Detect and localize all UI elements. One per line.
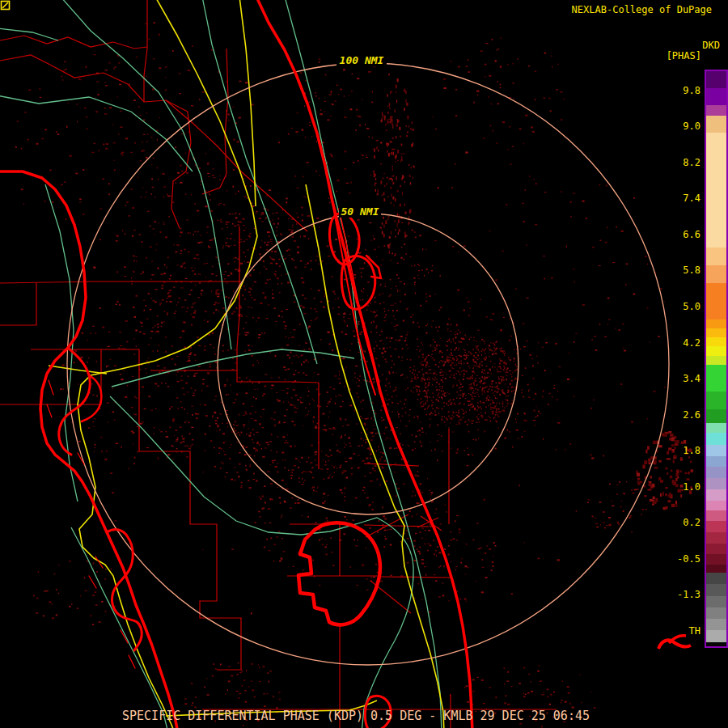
range-ring-labels: 50 NMI100 NMI bbox=[336, 53, 387, 218]
colorbar-tick-label: 9.0 bbox=[683, 121, 700, 131]
colorbar-tick-label: 1.8 bbox=[683, 446, 700, 455]
colorbar bbox=[705, 70, 728, 648]
colorbar-segment bbox=[706, 71, 726, 88]
colorbar-tick-label: 5.0 bbox=[683, 302, 700, 311]
colorbar-segment bbox=[706, 467, 726, 478]
colorbar-tick-label: -0.5 bbox=[677, 554, 700, 564]
colorbar-segment bbox=[706, 105, 726, 116]
colorbar-segment bbox=[706, 501, 726, 510]
colorbar-tick-label: 2.6 bbox=[683, 410, 700, 420]
colorbar-tick-label: 8.2 bbox=[683, 158, 700, 167]
colorbar-segment bbox=[706, 510, 726, 521]
radar-display: 50 NMI100 NMI 9.89.08.27.46.65.85.04.23.… bbox=[0, 0, 728, 728]
colorbar-segment bbox=[706, 630, 726, 642]
colorbar-tick-label: 7.4 bbox=[683, 193, 700, 203]
colorbar-segment bbox=[706, 573, 726, 584]
colorbar-segment bbox=[706, 554, 726, 565]
colorbar-segment bbox=[706, 409, 726, 423]
colorbar-segment bbox=[706, 116, 726, 133]
colorbar-segment bbox=[706, 607, 726, 619]
lakes bbox=[298, 523, 691, 728]
colorbar-tick-label: 5.8 bbox=[683, 265, 700, 275]
range-ring-label: 100 NMI bbox=[340, 54, 384, 66]
colorbar-tick-label: -1.3 bbox=[677, 590, 700, 599]
colorbar-tick-label: 3.4 bbox=[683, 374, 700, 383]
colorbar-segment bbox=[706, 265, 726, 283]
colorbar-segment bbox=[706, 521, 726, 532]
radar-map: 50 NMI100 NMI bbox=[0, 0, 728, 728]
range-ring bbox=[218, 214, 518, 514]
colorbar-segment bbox=[706, 433, 726, 445]
cod-logo-icon bbox=[0, 0, 11, 11]
colorbar-tick-label: 4.2 bbox=[683, 338, 700, 348]
colorbar-segment bbox=[706, 346, 726, 356]
colorbar-segment bbox=[706, 356, 726, 365]
colorbar-tick-label: TH bbox=[689, 626, 700, 636]
status-bar: SPECIFIC DIFFERENTIAL PHASE (KDP) 0.5 DE… bbox=[122, 709, 590, 723]
colorbar-segment bbox=[706, 489, 726, 501]
colorbar-segment bbox=[706, 532, 726, 544]
colorbar-tick-label: 0.2 bbox=[683, 518, 700, 527]
site-title: NEXLAB-College of DuPage bbox=[572, 4, 712, 15]
colorbar-segment bbox=[706, 544, 726, 554]
colorbar-tick-label: 9.8 bbox=[683, 86, 700, 95]
colorbar-tick-label: 6.6 bbox=[683, 230, 700, 239]
colorbar-segment bbox=[706, 392, 726, 409]
colorbar-segment bbox=[706, 337, 726, 346]
colorbar-segment bbox=[706, 423, 726, 433]
colorbar-segment bbox=[706, 133, 726, 248]
highways-yellow bbox=[49, 0, 444, 728]
colorbar-segment bbox=[706, 565, 726, 573]
product-units-label: [PHAS] bbox=[667, 50, 701, 61]
range-ring-label: 50 NMI bbox=[341, 205, 379, 218]
range-rings bbox=[67, 63, 669, 665]
range-ring bbox=[67, 63, 669, 665]
colorbar-segment bbox=[706, 320, 726, 328]
colorbar-scale: 9.89.08.27.46.65.85.04.23.42.61.81.00.2-… bbox=[644, 0, 700, 728]
colorbar-segment bbox=[706, 365, 726, 392]
colorbar-segment bbox=[706, 642, 726, 646]
colorbar-tick-label: 1.0 bbox=[683, 482, 700, 492]
roads-green bbox=[0, 0, 442, 728]
colorbar-segment bbox=[706, 88, 726, 105]
colorbar-segment bbox=[706, 478, 726, 489]
colorbar-segment bbox=[706, 283, 726, 320]
colorbar-segment bbox=[706, 445, 726, 456]
colorbar-segment bbox=[706, 248, 726, 265]
colorbar-segment bbox=[706, 596, 726, 607]
colorbar-segment bbox=[706, 584, 726, 596]
colorbar-segment bbox=[706, 456, 726, 467]
product-code-label: DKD bbox=[702, 40, 720, 51]
colorbar-segment bbox=[706, 619, 726, 630]
colorbar-segment bbox=[706, 328, 726, 337]
